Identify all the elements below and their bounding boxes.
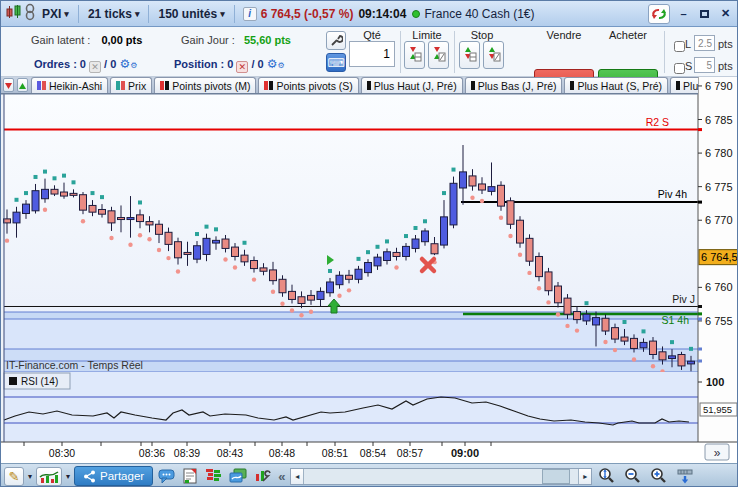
indicator-color-icon [160,81,169,90]
heikin-marker-above [243,241,247,245]
limit-checkbox[interactable] [674,41,685,52]
zoom-out-button[interactable] [621,467,644,486]
scrollbar-track[interactable] [304,469,578,484]
keyboard-trading-button[interactable]: ⌨ [326,53,346,72]
heikin-marker-below [556,312,560,316]
workspace-windows-button[interactable] [227,467,249,486]
candle-body [32,191,39,211]
market-depth-button[interactable] [203,467,224,486]
level-axis-mark [698,312,702,315]
tab-indicator-2[interactable]: Points pivots (M) [154,77,256,93]
tab-indicator-0[interactable]: Heikin-Ashi [31,77,108,93]
minimize-button[interactable]: – [676,6,691,21]
heikin-marker-above [385,239,389,243]
price-tick-label: 6 760 [705,281,733,293]
qty-label: Qté [349,29,395,41]
tab-indicator-6[interactable]: Plus Haut (S, Pré) [564,77,668,93]
candle-body [51,189,58,194]
heikin-marker-above [328,269,332,273]
limit-pts-input[interactable] [694,35,715,51]
candle-body [108,211,115,223]
stop-label: Stop [459,29,505,41]
price-tick-label: 6 770 [705,214,733,226]
candle-body [317,291,324,299]
candle-body [298,297,305,304]
candle-body [498,185,505,206]
chart-style-button[interactable] [36,467,62,486]
news-document-icon [183,468,198,484]
refresh-icon[interactable] [648,4,670,24]
zoom-fit-button[interactable] [595,467,618,486]
stop-order-ladder-button[interactable] [459,41,480,69]
close-position-icon[interactable]: ✕ [236,61,248,73]
candle-body [488,187,495,192]
position-settings-gear-icon[interactable]: ⚙⚙ [267,57,285,71]
stop-order-edit-button[interactable] [483,41,504,69]
cancel-orders-icon[interactable]: ✕ [89,61,101,73]
limit-order-ladder-button[interactable] [404,41,425,69]
draw-tool-dropdown[interactable]: ▾ [27,472,33,481]
orders-settings-gear-icon[interactable]: ⚙⚙ [119,57,137,71]
order-tools-button[interactable] [326,31,346,50]
horizontal-scrollbar[interactable]: ◂ ▸ [290,468,592,485]
zoom-in-button[interactable] [647,467,670,486]
candle-body [374,257,381,266]
chart-style-dropdown[interactable]: ▾ [65,472,71,481]
link-icon[interactable] [23,3,37,24]
scroll-tabs-up-button[interactable] [17,78,28,92]
heikin-marker-above [414,226,418,230]
maximize-button[interactable] [697,6,712,21]
candle-body [194,246,201,259]
chart-settings-button[interactable] [252,467,273,486]
qty-input[interactable] [349,41,395,67]
scroll-left-button[interactable]: ◂ [291,469,304,484]
close-button[interactable]: ✕ [718,6,733,21]
candle-body [536,256,543,276]
time-tick-label: 08:57 [397,447,423,459]
tab-label: Points pivots (M) [172,80,250,92]
divider [454,31,455,73]
draw-tool-button[interactable]: ✎ [4,467,24,486]
zoom-in-icon [649,467,668,485]
watermark: IT-Finance.com - Temps Réel [6,359,143,371]
heikin-marker-above [100,195,104,199]
candle-body [165,232,172,244]
info-icon[interactable]: i [243,7,257,21]
comments-button[interactable] [156,467,178,486]
candle-body [279,279,286,292]
tab-indicator-1[interactable]: Prix [110,77,152,93]
expand-panel-button[interactable] [673,467,697,486]
candle-body [251,261,258,269]
maximize-icon [700,10,709,18]
collapse-toolbar-button[interactable]: « [276,469,287,484]
pencil-icon: ✎ [9,469,20,484]
units-dropdown[interactable]: 150 unités▾ [153,7,229,21]
heikin-marker-above [53,176,57,180]
divider [400,31,401,73]
tab-indicator-3[interactable]: Points pivots (S) [258,77,358,93]
candle-body [384,252,391,261]
news-button[interactable] [181,467,200,486]
tab-indicator-7[interactable]: Plus [670,77,698,93]
stop-pts-input[interactable] [694,57,715,73]
scroll-right-button[interactable]: ▸ [578,469,591,484]
symbol-dropdown[interactable]: PXI▾ [37,7,74,21]
limit-unit: pts [718,38,733,50]
tab-indicator-4[interactable]: Plus Haut (J, Pré) [361,77,463,93]
time-tick-label: 08:51 [322,447,348,459]
scrollbar-thumb[interactable] [542,469,570,484]
share-button[interactable]: Partager [74,466,153,486]
limit-order-edit-button[interactable] [428,41,449,69]
price-chart[interactable]: IT-Finance.com - Temps RéelR2 SPiv 4hPiv… [1,77,738,463]
scroll-tabs-down-button[interactable] [3,78,14,92]
candle-body [517,220,524,243]
candle-body [270,270,277,281]
chart-style-icon [39,469,59,484]
chevron-down-icon: ▾ [64,9,69,19]
tab-indicator-5[interactable]: Plus Bas (J, Pré) [465,77,563,93]
stop-checkbox[interactable] [674,63,685,74]
heikin-marker-above [72,180,76,184]
candle-body [308,295,315,300]
heikin-marker-above [205,225,209,229]
timeframe-dropdown[interactable]: 21 ticks▾ [83,7,145,21]
